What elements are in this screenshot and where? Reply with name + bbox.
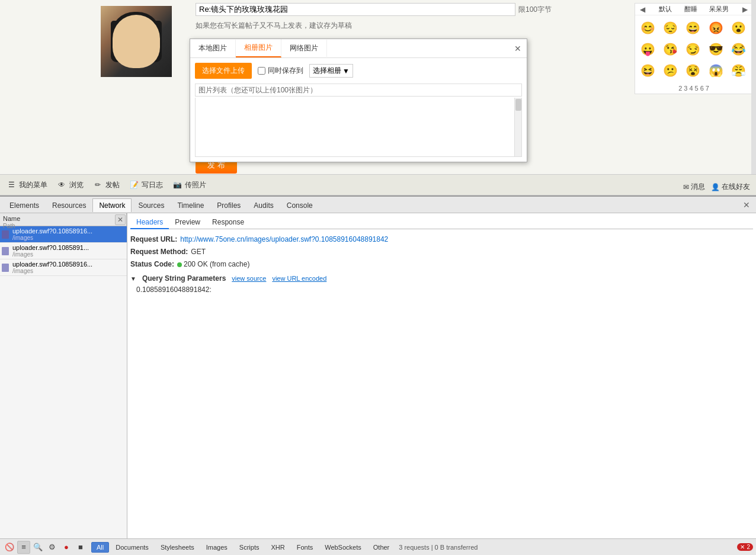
message-icon: ✉ xyxy=(683,183,689,191)
tab-network[interactable]: Network xyxy=(92,198,132,212)
status-code-field: Status Code: 200 OK (from cache) xyxy=(130,259,753,270)
header-tabs: Headers Preview Response xyxy=(130,216,753,229)
post-title-input[interactable] xyxy=(196,3,515,16)
tab-timeline[interactable]: Timeline xyxy=(171,198,210,212)
tab-elements[interactable]: Elements xyxy=(3,198,46,212)
tab-console[interactable]: Console xyxy=(280,198,319,212)
response-tab[interactable]: Response xyxy=(206,216,250,229)
emoji-panel: ◀ 默认 酣睡 呆呆男 ▶ 😊 😔 😄 😡 😮 😛 😘 😏 😎 😂 😆 😕 😵 … xyxy=(635,3,753,94)
filter-websockets[interactable]: WebSockets xyxy=(319,542,367,553)
error-badge[interactable]: ✕ 2 xyxy=(737,543,753,551)
network-item-1[interactable]: uploader.swf?0.1085891... /images xyxy=(0,243,127,259)
emoji-shock[interactable]: 😮 xyxy=(729,18,749,38)
preview-tab[interactable]: Preview xyxy=(169,216,206,229)
tab-sources[interactable]: Sources xyxy=(132,198,171,212)
tab-resources[interactable]: Resources xyxy=(46,198,92,212)
search-btn[interactable]: 🔍 xyxy=(31,541,44,554)
view-source-link[interactable]: view source xyxy=(232,275,266,282)
filter-scripts[interactable]: Scripts xyxy=(234,542,265,553)
request-method-value: GET xyxy=(191,246,206,257)
emoji-wink[interactable]: 😏 xyxy=(683,39,703,59)
album-image-tab[interactable]: 相册图片 xyxy=(236,39,281,57)
emoji-scream[interactable]: 😱 xyxy=(706,60,726,81)
toolbar-photo[interactable]: 📷 传照片 xyxy=(172,179,206,190)
emoji-smile[interactable]: 😊 xyxy=(638,18,658,38)
filter-btn[interactable]: ≡ xyxy=(17,541,30,554)
emoji-prev-btn[interactable]: ◀ xyxy=(638,5,647,14)
filter-stylesheets[interactable]: Stylesheets xyxy=(155,542,200,553)
webpage-area: 限100字节 如果您在写长篇帖子又不马上发表，建议存为草稿 B A 🔗 本地图片… xyxy=(0,0,756,195)
request-url-field: Request URL: http://www.75one.cn/images/… xyxy=(130,234,753,245)
photo-icon: 📷 xyxy=(172,179,182,190)
emoji-page-3[interactable]: 3 xyxy=(684,85,687,92)
emoji-sad[interactable]: 😔 xyxy=(660,18,680,38)
emoji-laugh[interactable]: 😂 xyxy=(729,39,749,59)
emoji-dizzy[interactable]: 😵 xyxy=(683,60,703,81)
toolbar-diary-label: 写日志 xyxy=(142,180,163,190)
filter-other[interactable]: Other xyxy=(368,542,395,553)
friends-btn[interactable]: 👤 在线好友 xyxy=(711,182,750,192)
toolbar-post[interactable]: ✏ 发帖 xyxy=(92,179,120,190)
emoji-next-btn[interactable]: ▶ xyxy=(741,5,749,14)
image-list-label: 图片列表（您还可以上传100张图片） xyxy=(195,84,522,97)
filter-xhr[interactable]: XHR xyxy=(265,542,290,553)
status-code-label: Status Code: xyxy=(130,259,174,270)
upload-btn[interactable]: 选择文件上传 xyxy=(195,63,252,79)
emoji-title-right: 呆呆男 xyxy=(709,5,729,14)
network-item-2[interactable]: uploader.swf?0.10858916... /images xyxy=(0,259,127,276)
friends-icon: 👤 xyxy=(711,183,720,191)
settings-btn[interactable]: ⚙ xyxy=(46,541,59,554)
filter-fonts[interactable]: Fonts xyxy=(291,542,319,553)
toolbar-diary[interactable]: 📝 写日志 xyxy=(129,179,163,190)
scroll-handle[interactable] xyxy=(514,98,521,156)
filter-all[interactable]: All xyxy=(91,542,109,553)
filter-images[interactable]: Images xyxy=(201,542,233,553)
stop-btn[interactable]: ■ xyxy=(74,541,87,554)
dialog-body: 选择文件上传 同时保存到 选择相册 ▼ 图片列表（您还可以上传100张图片） xyxy=(190,58,527,162)
emoji-mad[interactable]: 😤 xyxy=(729,60,749,81)
network-item-0[interactable]: uploader.swf?0.10858916... /images xyxy=(0,226,127,243)
filter-documents[interactable]: Documents xyxy=(110,542,154,553)
right-scrollbar[interactable] xyxy=(751,0,756,195)
tab-audits[interactable]: Audits xyxy=(247,198,280,212)
emoji-joy[interactable]: 😆 xyxy=(638,60,658,81)
emoji-tongue[interactable]: 😛 xyxy=(638,39,658,59)
emoji-confused[interactable]: 😕 xyxy=(660,60,680,81)
file-icon-0 xyxy=(0,226,11,242)
local-image-tab[interactable]: 本地图片 xyxy=(190,40,236,57)
menu-icon: ☰ xyxy=(6,179,17,190)
toolbar-photo-label: 传照片 xyxy=(185,180,206,190)
emoji-grin[interactable]: 😄 xyxy=(683,18,703,38)
close-panel-btn[interactable]: ✕ xyxy=(115,214,126,225)
dialog-close-btn[interactable]: ✕ xyxy=(512,43,524,54)
web-image-tab[interactable]: 网络图片 xyxy=(281,40,327,57)
query-title: Query String Parameters xyxy=(142,274,226,283)
message-label: 消息 xyxy=(691,182,705,192)
right-actions: ✉ 消息 👤 在线好友 xyxy=(683,182,750,192)
message-btn[interactable]: ✉ 消息 xyxy=(683,182,705,192)
emoji-cool[interactable]: 😎 xyxy=(706,39,726,59)
headers-tab[interactable]: Headers xyxy=(130,216,169,229)
devtools-resize-handle[interactable] xyxy=(0,195,756,198)
tab-profiles[interactable]: Profiles xyxy=(210,198,247,212)
emoji-page-6[interactable]: 6 xyxy=(700,85,704,92)
error-icon: ✕ xyxy=(740,544,745,550)
network-item-1-info: uploader.swf?0.1085891... /images xyxy=(11,243,127,259)
clear-log-btn[interactable]: 🚫 xyxy=(3,541,16,554)
collapse-arrow[interactable]: ▼ xyxy=(130,275,136,282)
view-url-encoded-link[interactable]: view URL encoded xyxy=(272,275,326,282)
album-select[interactable]: 选择相册 ▼ xyxy=(309,64,353,78)
toolbar-my-menu[interactable]: ☰ 我的菜单 xyxy=(6,179,47,190)
record-btn[interactable]: ● xyxy=(60,541,73,554)
emoji-kiss[interactable]: 😘 xyxy=(660,39,680,59)
devtools-content: NamePath uploader.swf?0.10858916... /ima… xyxy=(0,213,756,538)
emoji-page-5[interactable]: 5 xyxy=(695,85,699,92)
save-checkbox[interactable] xyxy=(258,67,265,75)
devtools-close-btn[interactable]: ✕ xyxy=(740,200,753,210)
emoji-page-7[interactable]: 7 xyxy=(706,85,709,92)
emoji-angry[interactable]: 😡 xyxy=(706,18,726,38)
toolbar-browse[interactable]: 👁 浏览 xyxy=(56,179,84,190)
emoji-page-4[interactable]: 4 xyxy=(689,85,693,92)
emoji-page-2[interactable]: 2 xyxy=(678,85,682,92)
upload-row: 选择文件上传 同时保存到 选择相册 ▼ xyxy=(195,63,522,79)
